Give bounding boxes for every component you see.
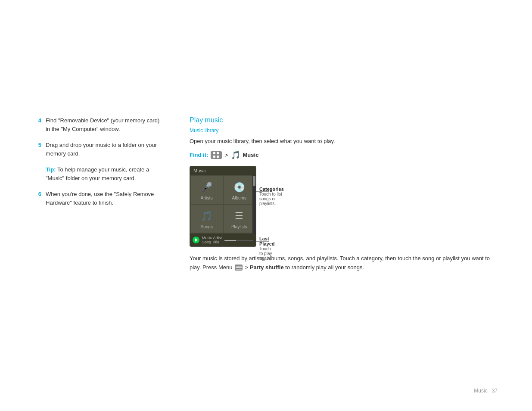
step-num-4: 4 [34,116,41,125]
step-text-5: Drag and drop your music to a folder on … [46,141,164,158]
scrollbar-thumb [253,176,255,186]
right-column: Play music Music library Open your music… [190,26,498,272]
callout-last-played-body: Touch to play again. [259,246,274,261]
apps-icon [211,151,222,159]
callout-last-played-title: Last Played [259,236,274,246]
step-text-4: Find "Removable Device" (your memory car… [46,116,164,133]
find-it-music-label: Music [243,152,259,158]
bottom-body-text: Your music is stored by artists, albums,… [190,254,498,272]
svg-rect-3 [236,266,242,267]
music-app-screenshot: Music 🎤 Artists 💿 Albums [190,166,256,247]
page-footer: Music 37 [474,388,498,394]
callout-categories: Categories Touch to list songs or playli… [259,187,284,206]
body-text: Open your music library, then select wha… [190,137,498,146]
artists-label: Artists [201,196,213,200]
step-num-6: 6 [34,190,41,199]
footer-label: Music [474,388,487,394]
step-num-5: 5 [34,141,41,149]
music-cell-songs[interactable]: 🎵 Songs [191,205,223,233]
step-6: 6 When you're done, use the "Safely Remo… [34,190,164,207]
albums-icon: 💿 [233,182,245,193]
now-playing-artist: Music Artist [202,236,222,240]
music-app-header: Music [190,166,256,175]
now-playing-bar: Music Artist Song Title [190,234,256,246]
play-button[interactable] [193,237,199,243]
step-text-6: When you're done, use the "Safely Remove… [46,190,164,207]
playlists-label: Playlists [231,224,247,229]
svg-rect-5 [236,269,242,270]
music-app-wrapper: Music 🎤 Artists 💿 Albums [190,166,256,247]
music-cell-artists[interactable]: 🎤 Artists [191,176,223,204]
songs-label: Songs [201,224,213,229]
progress-bar-fill [224,240,236,241]
songs-icon: 🎵 [201,211,212,222]
subsection-title: Music library [190,128,498,134]
progress-bar [224,240,253,241]
footer-page: 37 [492,388,498,394]
bottom-text-bold: Party shuffle [250,264,284,271]
music-cell-playlists[interactable]: ☰ Playlists [224,205,255,233]
playlists-icon: ☰ [235,211,243,222]
bottom-text-2: > [245,264,250,271]
bottom-text-3: to randomly play all your songs. [284,264,364,271]
svg-rect-4 [236,268,242,268]
music-cell-albums[interactable]: 💿 Albums [224,176,255,204]
find-it-label: Find it: [190,152,208,158]
tip-label: Tip: [46,166,56,173]
find-it-arrow: > [224,152,228,159]
scrollbar[interactable] [252,175,256,234]
step-5: 5 Drag and drop your music to a folder o… [34,141,164,158]
step-4: 4 Find "Removable Device" (your memory c… [34,116,164,133]
left-column: 4 Find "Removable Device" (your memory c… [34,26,164,272]
artists-icon: 🎤 [201,182,212,193]
now-playing-song: Song Title [202,240,222,244]
now-playing-text: Music Artist Song Title [202,236,222,244]
step-5-tip: 5 Tip: To help manage your music, create… [34,165,164,182]
tip-text: To help manage your music, create a "Mus… [46,166,149,181]
section-title: Play music [190,116,498,124]
find-it-line: Find it: > 🎵 Music [190,150,498,160]
music-app-icon: 🎵 [231,150,240,160]
callout-last-played: Last Played Touch to play again. [259,236,274,261]
callout-categories-body: Touch to list songs or playlists. [259,192,284,206]
albums-label: Albums [232,196,246,200]
menu-icon [235,265,243,271]
callout-categories-title: Categories [259,187,284,192]
music-grid: 🎤 Artists 💿 Albums 🎵 Songs [190,175,256,234]
step-list: 4 Find "Removable Device" (your memory c… [34,116,164,207]
step-text-tip: Tip: To help manage your music, create a… [46,165,164,182]
